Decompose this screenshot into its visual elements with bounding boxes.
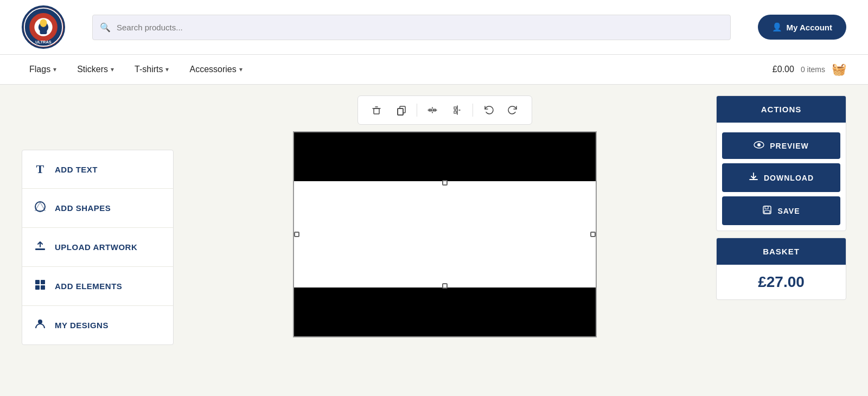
canvas-top-band [294,132,596,181]
toolbar-divider [417,104,417,117]
save-icon [762,205,772,216]
elements-icon [33,279,47,293]
resize-handle-top[interactable] [442,180,448,186]
chevron-down-icon: ▾ [53,66,56,73]
actions-panel: ACTIONS PREVIEW [716,95,846,231]
toolbar-divider-2 [473,104,473,117]
sidebar-item-add-text[interactable]: T ADD TEXT [22,150,173,189]
align-horizontal-button[interactable] [420,100,444,120]
svg-rect-9 [35,248,45,250]
canvas-middle-area [294,181,596,290]
nav-stickers-label: Stickers [77,65,108,74]
search-bar: 🔍 [92,15,731,40]
logo[interactable]: ULTRAS [22,5,65,49]
nav-accessories[interactable]: Accessories ▾ [182,55,250,84]
nav-accessories-label: Accessories [189,65,236,74]
account-icon: 👤 [772,22,782,32]
design-canvas[interactable] [293,131,597,337]
download-icon [749,172,758,183]
sidebar-add-text-label: ADD TEXT [55,165,98,174]
align-vertical-button[interactable] [445,100,469,120]
download-button[interactable]: DOWNLOAD [722,163,840,192]
sidebar-add-shapes-label: ADD SHAPES [55,203,111,213]
preview-label: PREVIEW [770,142,809,150]
save-label: SAVE [777,207,800,215]
sidebar-item-add-shapes[interactable]: ADD SHAPES [22,189,173,228]
cart-area: £0.00 0 items 🧺 [773,57,846,82]
resize-handle-bottom[interactable] [442,283,448,289]
download-label: DOWNLOAD [764,174,814,182]
nav-tshirts[interactable]: T-shirts ▾ [127,55,176,84]
svg-point-20 [757,143,761,146]
person-icon [33,318,47,333]
header: ULTRAS 🔍 👤 My Account [0,0,868,55]
delete-button[interactable] [365,100,388,120]
svg-rect-15 [374,108,379,114]
nav-flags[interactable]: Flags ▾ [22,55,64,84]
actions-buttons: PREVIEW DOWNLOAD [717,123,846,231]
left-sidebar: T ADD TEXT ADD SHAPES UPLOAD ARTWORK [22,150,174,345]
text-icon: T [33,162,47,176]
redo-button[interactable] [501,100,525,120]
svg-text:ULTRAS: ULTRAS [35,40,51,44]
svg-rect-11 [41,280,45,284]
nav-tshirts-label: T-shirts [135,65,163,74]
canvas-area [184,95,705,361]
basket-icon: 🧺 [832,62,846,76]
svg-rect-17 [398,108,403,115]
copy-button[interactable] [390,100,413,120]
nav-items: Flags ▾ Stickers ▾ T-shirts ▾ Accessorie… [22,55,773,84]
eye-icon [754,141,764,150]
svg-rect-13 [41,285,45,290]
cart-items-count: 0 items [801,65,825,74]
chevron-down-icon: ▾ [111,66,114,73]
cart-amount: £0.00 [773,65,794,74]
sidebar-item-my-designs[interactable]: MY DESIGNS [22,306,173,344]
preview-button[interactable]: PREVIEW [722,132,840,159]
sidebar-upload-artwork-label: UPLOAD ARTWORK [55,242,137,252]
right-sidebar: ACTIONS PREVIEW [716,95,846,361]
save-button[interactable]: SAVE [722,196,840,225]
undo-button[interactable] [476,100,500,120]
canvas-bottom-band [294,288,596,336]
upload-icon [33,240,47,254]
main-content: T ADD TEXT ADD SHAPES UPLOAD ARTWORK [0,85,868,372]
my-account-button[interactable]: 👤 My Account [758,15,846,40]
sidebar-item-upload-artwork[interactable]: UPLOAD ARTWORK [22,228,173,267]
sidebar-item-add-elements[interactable]: ADD ELEMENTS [22,267,173,306]
basket-panel: BASKET £27.00 [716,238,846,300]
sidebar-my-designs-label: MY DESIGNS [55,321,108,330]
cart-button[interactable]: 🧺 [832,62,846,76]
search-input[interactable] [92,15,731,40]
shapes-icon [33,201,47,215]
svg-rect-10 [35,280,40,284]
basket-price: £27.00 [717,265,846,299]
search-icon: 🔍 [100,22,111,33]
chevron-down-icon: ▾ [165,66,169,73]
chevron-down-icon: ▾ [239,66,242,73]
nav-bar: Flags ▾ Stickers ▾ T-shirts ▾ Accessorie… [0,55,868,85]
svg-rect-5 [40,27,47,34]
svg-rect-23 [764,210,770,213]
actions-header: ACTIONS [717,96,846,123]
sidebar-add-elements-label: ADD ELEMENTS [55,282,122,291]
svg-point-4 [40,19,47,27]
basket-header: BASKET [717,238,846,265]
account-label: My Account [787,23,832,32]
svg-point-14 [38,320,42,324]
nav-stickers[interactable]: Stickers ▾ [69,55,122,84]
nav-flags-label: Flags [29,65,50,74]
resize-handle-left[interactable] [294,232,299,237]
svg-rect-12 [35,285,40,290]
resize-handle-right[interactable] [590,232,596,237]
logo-image: ULTRAS [22,5,65,49]
canvas-toolbar [358,95,532,125]
